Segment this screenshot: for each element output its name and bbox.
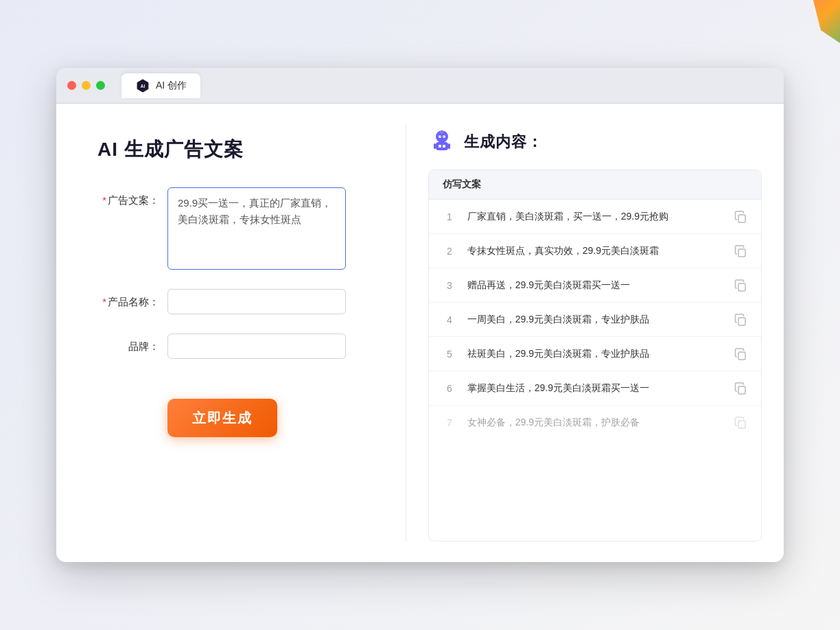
- svg-rect-17: [738, 318, 745, 325]
- product-name-label: *产品名称：: [97, 289, 159, 309]
- copy-icon[interactable]: [734, 382, 747, 395]
- svg-rect-14: [738, 215, 745, 222]
- brand-group: 品牌： 好白: [97, 334, 378, 359]
- copy-icon[interactable]: [734, 347, 747, 361]
- ad-copy-label: *广告文案：: [97, 187, 159, 207]
- row-number: 1: [443, 211, 456, 222]
- row-number: 6: [443, 383, 456, 394]
- table-row: 4 一周美白，29.9元美白淡斑霜，专业护肤品: [429, 303, 761, 337]
- page-title: AI 生成广告文案: [97, 137, 378, 163]
- required-mark-2: *: [102, 296, 106, 307]
- result-title: 生成内容：: [464, 132, 543, 152]
- result-table: 仿写文案 1 厂家直销，美白淡斑霜，买一送一，29.9元抢购 2 专抹女性斑点，…: [428, 170, 762, 541]
- product-name-group: *产品名称： 美白淡斑霜: [97, 289, 378, 314]
- row-number: 3: [443, 280, 456, 291]
- tab-title: AI 创作: [156, 80, 187, 92]
- row-text: 一周美白，29.9元美白淡斑霜，专业护肤品: [467, 312, 723, 327]
- svg-point-6: [441, 130, 443, 133]
- table-header: 仿写文案: [429, 170, 761, 200]
- copy-icon[interactable]: [734, 416, 747, 430]
- table-row: 7 女神必备，29.9元美白淡斑霜，护肤必备: [429, 406, 761, 439]
- svg-rect-9: [443, 145, 445, 148]
- svg-rect-16: [738, 283, 745, 291]
- svg-rect-18: [738, 352, 745, 360]
- row-text: 专抹女性斑点，真实功效，29.9元美白淡斑霜: [467, 244, 723, 258]
- robot-icon: [428, 128, 456, 156]
- table-body: 1 厂家直销，美白淡斑霜，买一送一，29.9元抢购 2 专抹女性斑点，真实功效，…: [429, 200, 761, 439]
- ad-copy-textarea[interactable]: 29.9买一送一，真正的厂家直销，美白淡斑霜，专抹女性斑点: [167, 187, 346, 270]
- product-name-input[interactable]: 美白淡斑霜: [167, 289, 346, 314]
- table-row: 2 专抹女性斑点，真实功效，29.9元美白淡斑霜: [429, 234, 761, 268]
- svg-rect-11: [448, 143, 450, 149]
- brand-input[interactable]: 好白: [167, 334, 346, 359]
- traffic-lights: [67, 81, 105, 90]
- result-header: 生成内容：: [428, 128, 762, 156]
- title-bar: AI AI 创作: [56, 68, 784, 104]
- right-panel: 生成内容： 仿写文案 1 厂家直销，美白淡斑霜，买一送一，29.9元抢购 2 专…: [406, 104, 784, 562]
- ai-tab-icon: AI: [135, 78, 150, 93]
- close-button[interactable]: [67, 81, 76, 90]
- svg-point-4: [443, 135, 445, 138]
- browser-window: AI AI 创作 AI 生成广告文案 *广告文案： 29.9买一送一，真正的厂家…: [56, 68, 784, 562]
- svg-rect-7: [436, 142, 448, 150]
- main-content: AI 生成广告文案 *广告文案： 29.9买一送一，真正的厂家直销，美白淡斑霜，…: [56, 104, 784, 562]
- row-text: 赠品再送，29.9元美白淡斑霜买一送一: [467, 278, 723, 292]
- row-number: 4: [443, 314, 456, 325]
- svg-point-3: [439, 135, 441, 138]
- svg-point-13: [443, 136, 444, 137]
- table-row: 6 掌握美白生活，29.9元美白淡斑霜买一送一: [429, 371, 761, 406]
- svg-rect-15: [738, 249, 745, 257]
- svg-rect-20: [738, 421, 745, 428]
- row-number: 5: [443, 349, 456, 360]
- svg-text:AI: AI: [141, 84, 145, 89]
- svg-rect-19: [738, 386, 745, 394]
- minimize-button[interactable]: [82, 81, 91, 90]
- copy-icon[interactable]: [734, 210, 747, 224]
- browser-tab[interactable]: AI AI 创作: [121, 73, 200, 98]
- table-row: 3 赠品再送，29.9元美白淡斑霜买一送一: [429, 268, 761, 303]
- required-mark-1: *: [102, 194, 106, 206]
- table-row: 1 厂家直销，美白淡斑霜，买一送一，29.9元抢购: [429, 200, 761, 234]
- copy-icon[interactable]: [734, 313, 747, 327]
- row-text: 女神必备，29.9元美白淡斑霜，护肤必备: [467, 415, 723, 430]
- svg-rect-10: [434, 143, 436, 149]
- table-row: 5 祛斑美白，29.9元美白淡斑霜，专业护肤品: [429, 337, 761, 371]
- svg-point-12: [440, 136, 441, 137]
- copy-icon[interactable]: [734, 244, 747, 258]
- row-text: 祛斑美白，29.9元美白淡斑霜，专业护肤品: [467, 347, 723, 361]
- brand-label: 品牌：: [97, 334, 159, 353]
- row-number: 2: [443, 246, 456, 257]
- row-text: 厂家直销，美白淡斑霜，买一送一，29.9元抢购: [467, 209, 723, 224]
- left-panel: AI 生成广告文案 *广告文案： 29.9买一送一，真正的厂家直销，美白淡斑霜，…: [56, 104, 406, 562]
- copy-icon[interactable]: [734, 279, 747, 292]
- svg-rect-8: [439, 145, 441, 148]
- row-number: 7: [443, 417, 456, 428]
- ad-copy-group: *广告文案： 29.9买一送一，真正的厂家直销，美白淡斑霜，专抹女性斑点: [97, 187, 378, 270]
- row-text: 掌握美白生活，29.9元美白淡斑霜买一送一: [467, 381, 723, 395]
- maximize-button[interactable]: [96, 81, 105, 90]
- generate-button[interactable]: 立即生成: [167, 399, 277, 437]
